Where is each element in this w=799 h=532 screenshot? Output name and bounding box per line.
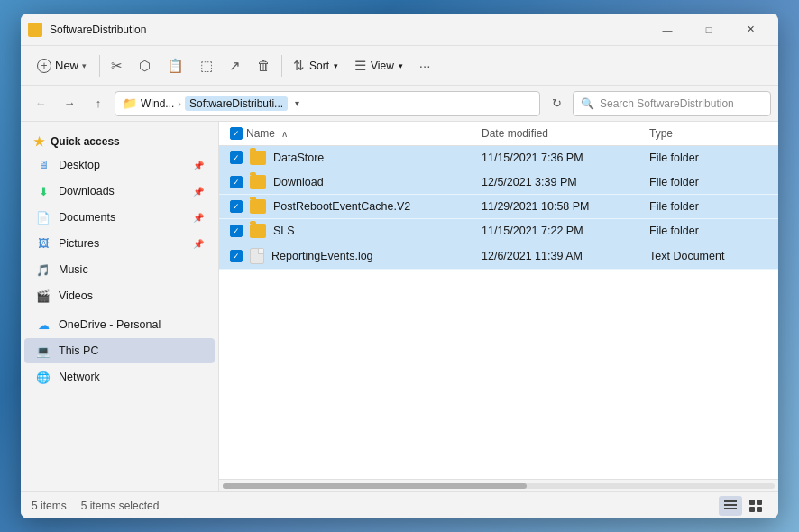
table-row[interactable]: ReportingEvents.log12/6/2021 11:39 AMTex… <box>219 243 778 270</box>
table-row[interactable]: PostRebootEventCache.V211/29/2021 10:58 … <box>219 195 778 219</box>
rename-button[interactable]: ⬚ <box>193 53 220 78</box>
file-type: File folder <box>638 170 778 195</box>
thispc-icon: 💻 <box>35 343 51 359</box>
title-bar-controls: — □ ✕ <box>647 14 771 46</box>
copy-button[interactable]: ⬡ <box>132 53 158 78</box>
address-bar: ← → ↑ 📁 Wind... › SoftwareDistributi... … <box>21 86 778 122</box>
cut-button[interactable]: ✂ <box>104 53 130 78</box>
downloads-icon: ⬇ <box>35 183 51 199</box>
select-all-checkbox[interactable] <box>230 127 243 140</box>
separator-1 <box>99 55 100 77</box>
svg-rect-0 <box>724 500 737 502</box>
file-date: 11/15/2021 7:36 PM <box>471 146 638 170</box>
file-checkbox[interactable] <box>230 176 243 188</box>
forward-button[interactable]: → <box>57 91 82 116</box>
copy-icon: ⬡ <box>139 58 151 74</box>
onedrive-icon: ☁ <box>35 316 51 333</box>
breadcrumb-current: SoftwareDistributi... <box>185 96 288 111</box>
sidebar-item-desktop[interactable]: 🖥 Desktop 📌 <box>24 152 215 178</box>
sort-label: Sort <box>309 60 329 72</box>
sidebar-desktop-label: Desktop <box>59 159 100 171</box>
table-row[interactable]: DataStore11/15/2021 7:36 PMFile folder <box>219 146 778 170</box>
up-button[interactable]: ↑ <box>86 91 111 116</box>
file-area: Name ∧ Date modified Type <box>219 122 778 491</box>
sidebar-item-network[interactable]: 🌐 Network <box>24 364 215 390</box>
quick-access-header[interactable]: ★ Quick access <box>21 129 218 151</box>
file-date: 12/5/2021 3:39 PM <box>471 170 638 195</box>
search-box[interactable]: 🔍 Search SoftwareDistribution <box>573 91 771 116</box>
grid-view-button[interactable] <box>744 496 767 516</box>
view-button[interactable]: ☰ View ▾ <box>347 53 410 78</box>
table-row[interactable]: Download12/5/2021 3:39 PMFile folder <box>219 170 778 195</box>
sidebar-item-pictures[interactable]: 🖼 Pictures 📌 <box>24 231 215 256</box>
sidebar: ★ Quick access 🖥 Desktop 📌 ⬇ Downloads 📌… <box>21 122 219 491</box>
sidebar-item-music[interactable]: 🎵 Music <box>24 257 215 282</box>
file-checkbox[interactable] <box>230 200 243 213</box>
share-button[interactable]: ↗ <box>222 53 248 78</box>
sidebar-videos-label: Videos <box>59 289 93 302</box>
scrollbar-thumb[interactable] <box>223 483 527 489</box>
svg-rect-4 <box>757 500 762 505</box>
maximize-button[interactable]: □ <box>688 14 730 46</box>
file-name: PostRebootEventCache.V2 <box>273 200 410 213</box>
sidebar-item-downloads[interactable]: ⬇ Downloads 📌 <box>24 179 215 204</box>
scrollbar-area[interactable] <box>219 479 778 491</box>
minimize-button[interactable]: — <box>647 14 688 46</box>
address-dropdown-arrow[interactable]: ▾ <box>295 98 299 108</box>
table-row[interactable]: SLS11/15/2021 7:22 PMFile folder <box>219 219 778 243</box>
file-checkbox[interactable] <box>230 250 243 262</box>
paste-button[interactable]: 📋 <box>160 53 191 78</box>
file-name: DataStore <box>273 151 324 164</box>
delete-button[interactable]: 🗑 <box>250 53 278 78</box>
breadcrumb-root: Wind... <box>141 97 174 110</box>
path-folder-icon: 📁 <box>123 96 137 110</box>
music-icon: 🎵 <box>35 261 51 278</box>
sidebar-network-label: Network <box>59 371 100 383</box>
more-button[interactable]: ··· <box>412 53 438 78</box>
file-date: 11/15/2021 7:22 PM <box>471 219 638 243</box>
sort-button[interactable]: ⇅ Sort ▾ <box>286 53 345 78</box>
col-header-date[interactable]: Date modified <box>471 122 638 146</box>
new-dropdown-arrow: ▾ <box>82 61 87 70</box>
more-icon: ··· <box>419 58 431 73</box>
pin-icon-pictures: 📌 <box>193 239 204 249</box>
scrollbar-track[interactable] <box>223 483 775 489</box>
col-header-type[interactable]: Type <box>638 122 778 146</box>
sidebar-item-thispc[interactable]: 💻 This PC <box>24 338 215 363</box>
file-name-cell: PostRebootEventCache.V2 <box>219 195 471 219</box>
refresh-button[interactable]: ↻ <box>544 91 569 116</box>
sidebar-pictures-label: Pictures <box>59 237 99 250</box>
col-header-name[interactable]: Name ∧ <box>219 122 471 146</box>
sort-icon: ⇅ <box>293 58 305 74</box>
quick-access-label: Quick access <box>51 135 120 148</box>
pictures-icon: 🖼 <box>35 235 51 252</box>
file-checkbox[interactable] <box>230 225 243 237</box>
folder-icon <box>250 151 266 165</box>
list-view-button[interactable] <box>719 496 742 516</box>
sidebar-documents-label: Documents <box>59 211 115 224</box>
new-button[interactable]: + New ▾ <box>28 54 96 78</box>
sidebar-music-label: Music <box>59 263 88 276</box>
documents-icon: 📄 <box>35 209 51 225</box>
folder-icon <box>250 224 266 238</box>
svg-rect-3 <box>749 500 755 505</box>
folder-icon <box>250 199 266 214</box>
file-checkbox[interactable] <box>230 151 243 164</box>
col-type-label: Type <box>649 127 673 140</box>
status-bar: 5 items 5 items selected <box>21 491 778 518</box>
address-path[interactable]: 📁 Wind... › SoftwareDistributi... ▾ <box>115 91 540 116</box>
file-name-cell: DataStore <box>219 146 471 170</box>
sidebar-item-documents[interactable]: 📄 Documents 📌 <box>24 205 215 230</box>
pin-icon-desktop: 📌 <box>193 161 204 170</box>
sidebar-downloads-label: Downloads <box>59 185 115 197</box>
file-list: Name ∧ Date modified Type <box>219 122 778 479</box>
close-button[interactable]: ✕ <box>730 14 771 46</box>
back-button[interactable]: ← <box>28 91 53 116</box>
sidebar-item-videos[interactable]: 🎬 Videos <box>24 283 215 308</box>
folder-icon <box>250 175 266 189</box>
svg-rect-2 <box>724 508 737 509</box>
separator-2 <box>281 55 282 77</box>
file-explorer-window: SoftwareDistribution — □ ✕ + New ▾ ✂ ⬡ 📋… <box>21 14 778 518</box>
sidebar-item-onedrive[interactable]: ☁ OneDrive - Personal <box>24 312 215 337</box>
file-type: Text Document <box>638 243 778 270</box>
